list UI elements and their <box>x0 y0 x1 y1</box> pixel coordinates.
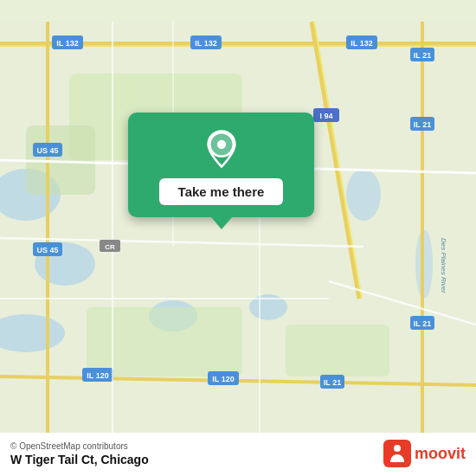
svg-text:IL 120: IL 120 <box>212 375 234 383</box>
svg-point-57 <box>394 445 401 452</box>
svg-point-6 <box>346 169 381 221</box>
svg-text:IL 132: IL 132 <box>56 39 78 48</box>
svg-text:▲: ▲ <box>395 461 400 466</box>
svg-text:CR: CR <box>105 243 115 251</box>
bottom-bar: © OpenStreetMap contributors W Tiger Tai… <box>0 433 476 476</box>
map-container: IL 132 IL 132 IL 132 I 94 IL 21 IL 21 IL… <box>0 0 476 476</box>
map-background: IL 132 IL 132 IL 132 I 94 IL 21 IL 21 IL… <box>0 0 476 476</box>
location-pin-icon <box>201 128 242 170</box>
osm-credit: © OpenStreetMap contributors <box>10 441 149 451</box>
svg-rect-10 <box>87 307 242 376</box>
svg-text:IL 132: IL 132 <box>195 39 216 48</box>
location-label: W Tiger Tail Ct, Chicago <box>10 453 149 466</box>
svg-text:IL 21: IL 21 <box>414 51 431 60</box>
svg-text:IL 21: IL 21 <box>414 120 431 129</box>
svg-text:IL 132: IL 132 <box>351 39 372 48</box>
svg-text:IL 21: IL 21 <box>414 319 431 328</box>
svg-point-55 <box>216 140 225 149</box>
moovit-icon: ▲ <box>383 440 411 467</box>
svg-text:US 45: US 45 <box>36 246 58 254</box>
bottom-left-info: © OpenStreetMap contributors W Tiger Tai… <box>10 441 149 466</box>
svg-rect-11 <box>286 325 389 376</box>
svg-text:IL 120: IL 120 <box>87 371 108 380</box>
moovit-logo: ▲ moovit <box>383 440 466 467</box>
svg-text:I 94: I 94 <box>319 112 332 120</box>
svg-text:IL 21: IL 21 <box>324 378 341 387</box>
svg-text:Des Plaines River: Des Plaines River <box>440 238 447 293</box>
take-me-there-button[interactable]: Take me there <box>159 178 284 205</box>
moovit-text: moovit <box>415 445 466 463</box>
map-popup: Take me there <box>128 113 314 217</box>
svg-text:US 45: US 45 <box>36 146 58 155</box>
